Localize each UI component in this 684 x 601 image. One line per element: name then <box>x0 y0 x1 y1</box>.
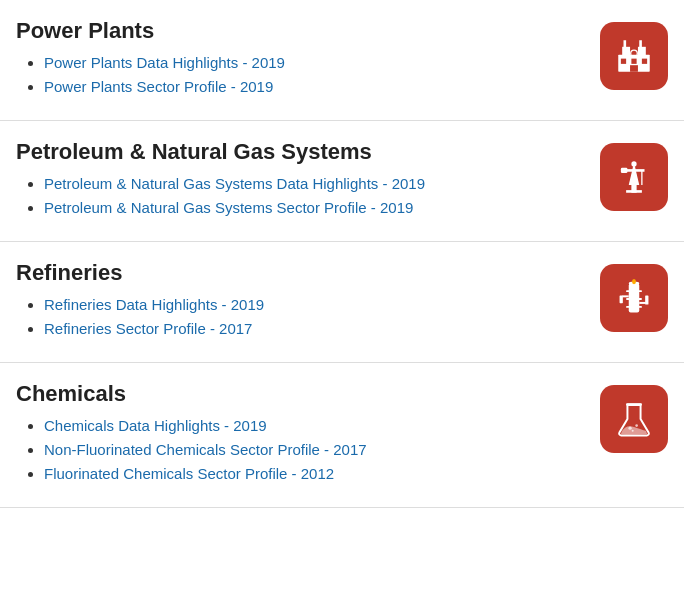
svg-rect-8 <box>630 65 638 72</box>
refineries-data-highlights-link[interactable]: Refineries Data Highlights - 2019 <box>44 296 264 313</box>
list-item: Fluorinated Chemicals Sector Profile - 2… <box>44 465 580 483</box>
section-chemicals-links: Chemicals Data Highlights - 2019 Non-Flu… <box>16 417 580 483</box>
svg-rect-4 <box>639 40 642 48</box>
svg-rect-20 <box>626 306 642 308</box>
list-item: Chemicals Data Highlights - 2019 <box>44 417 580 435</box>
svg-rect-21 <box>622 295 629 297</box>
svg-rect-23 <box>639 302 646 304</box>
section-petroleum: Petroleum & Natural Gas Systems Petroleu… <box>0 121 684 242</box>
svg-rect-24 <box>645 295 648 304</box>
factory-icon <box>600 22 668 90</box>
refineries-sector-profile-link[interactable]: Refineries Sector Profile - 2017 <box>44 320 252 337</box>
list-item: Refineries Sector Profile - 2017 <box>44 320 580 338</box>
chemicals-fluorinated-link[interactable]: Fluorinated Chemicals Sector Profile - 2… <box>44 465 334 482</box>
section-power-plants-title: Power Plants <box>16 18 580 44</box>
section-power-plants: Power Plants Power Plants Data Highlight… <box>0 0 684 121</box>
svg-rect-5 <box>621 59 626 64</box>
oilpump-icon <box>600 143 668 211</box>
section-refineries-title: Refineries <box>16 260 580 286</box>
svg-rect-27 <box>626 403 642 406</box>
power-plants-sector-profile-link[interactable]: Power Plants Sector Profile - 2019 <box>44 78 273 95</box>
svg-rect-6 <box>631 59 636 64</box>
svg-rect-3 <box>624 40 627 48</box>
section-refineries: Refineries Refineries Data Highlights - … <box>0 242 684 363</box>
svg-point-29 <box>635 424 638 427</box>
svg-rect-2 <box>638 47 646 56</box>
chemicals-icon <box>600 385 668 453</box>
svg-rect-22 <box>620 295 623 303</box>
list-item: Petroleum & Natural Gas Systems Sector P… <box>44 199 580 217</box>
chemicals-data-highlights-link[interactable]: Chemicals Data Highlights - 2019 <box>44 417 267 434</box>
section-power-plants-links: Power Plants Data Highlights - 2019 Powe… <box>16 54 580 96</box>
svg-point-15 <box>631 161 636 166</box>
svg-rect-18 <box>626 290 642 292</box>
section-petroleum-title: Petroleum & Natural Gas Systems <box>16 139 580 165</box>
list-item: Power Plants Data Highlights - 2019 <box>44 54 580 72</box>
section-power-plants-content: Power Plants Power Plants Data Highlight… <box>16 18 600 102</box>
power-plants-data-highlights-link[interactable]: Power Plants Data Highlights - 2019 <box>44 54 285 71</box>
svg-rect-7 <box>642 59 647 64</box>
section-refineries-content: Refineries Refineries Data Highlights - … <box>16 260 600 344</box>
section-chemicals: Chemicals Chemicals Data Highlights - 20… <box>0 363 684 508</box>
section-chemicals-content: Chemicals Chemicals Data Highlights - 20… <box>16 381 600 489</box>
svg-rect-11 <box>626 190 642 193</box>
svg-point-28 <box>628 427 631 430</box>
refinery-icon <box>600 264 668 332</box>
petroleum-sector-profile-link[interactable]: Petroleum & Natural Gas Systems Sector P… <box>44 199 413 216</box>
section-refineries-links: Refineries Data Highlights - 2019 Refine… <box>16 296 580 338</box>
svg-point-30 <box>632 430 634 432</box>
section-petroleum-content: Petroleum & Natural Gas Systems Petroleu… <box>16 139 600 223</box>
section-petroleum-links: Petroleum & Natural Gas Systems Data Hig… <box>16 175 580 217</box>
svg-rect-19 <box>626 298 642 300</box>
list-item: Non-Fluorinated Chemicals Sector Profile… <box>44 441 580 459</box>
svg-rect-14 <box>621 168 628 173</box>
section-chemicals-title: Chemicals <box>16 381 580 407</box>
list-item: Power Plants Sector Profile - 2019 <box>44 78 580 96</box>
svg-point-26 <box>632 279 636 284</box>
chemicals-nonfluorinated-link[interactable]: Non-Fluorinated Chemicals Sector Profile… <box>44 441 367 458</box>
list-item: Petroleum & Natural Gas Systems Data Hig… <box>44 175 580 193</box>
list-item: Refineries Data Highlights - 2019 <box>44 296 580 314</box>
petroleum-data-highlights-link[interactable]: Petroleum & Natural Gas Systems Data Hig… <box>44 175 425 192</box>
svg-rect-1 <box>622 47 630 56</box>
